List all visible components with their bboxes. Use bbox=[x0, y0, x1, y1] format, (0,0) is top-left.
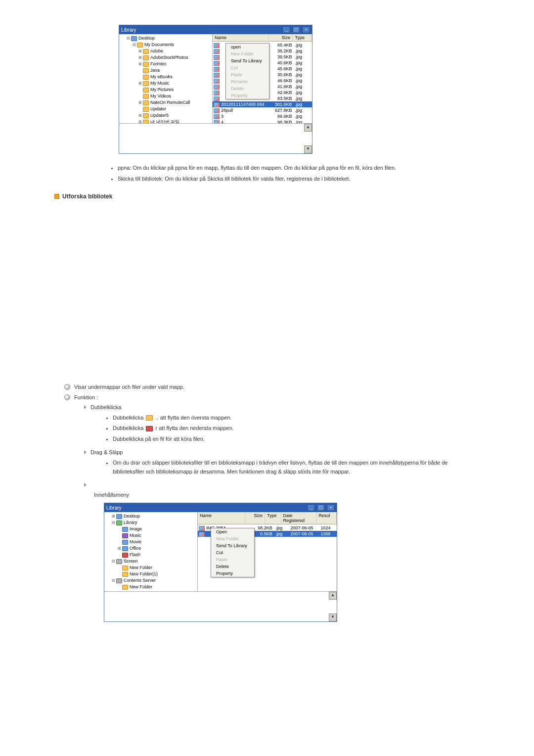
col-name[interactable]: Name bbox=[198, 512, 245, 524]
image-icon bbox=[199, 526, 205, 531]
note-shows-subfolders: Visar undermappar och filer under vald m… bbox=[74, 383, 184, 391]
tree-node[interactable]: ⊞Adobe bbox=[121, 48, 210, 54]
image-icon bbox=[214, 67, 220, 72]
col-size[interactable]: Size bbox=[245, 512, 265, 524]
menu-item[interactable]: Open bbox=[211, 528, 254, 535]
menu-item: Paste bbox=[211, 556, 254, 563]
col-type[interactable]: Type bbox=[265, 512, 281, 524]
tree-node[interactable]: New Folder bbox=[106, 565, 195, 571]
folder-icon bbox=[143, 107, 149, 112]
tree-node[interactable]: ⊟Contents Server bbox=[106, 577, 195, 584]
tree-node[interactable]: New Folder(1) bbox=[106, 571, 195, 577]
image-icon bbox=[214, 114, 220, 119]
scroll-up-icon[interactable]: ▲ bbox=[329, 592, 337, 600]
tree-node[interactable]: My eBooks bbox=[121, 74, 210, 80]
folder-icon bbox=[143, 68, 149, 73]
maximize-icon[interactable]: ▢ bbox=[292, 26, 300, 33]
image-icon bbox=[214, 55, 220, 60]
tree-node[interactable]: ⊟Library bbox=[106, 520, 195, 526]
folder-icon bbox=[122, 566, 128, 570]
tree-node[interactable]: ⊞Updater5 bbox=[121, 112, 210, 119]
folder-icon bbox=[143, 88, 149, 93]
col-resol[interactable]: Resol bbox=[317, 512, 337, 524]
folder-icon bbox=[143, 113, 149, 118]
file-list[interactable]: Name Size Type Date Registered Resol IMG… bbox=[198, 512, 337, 591]
folder-icon bbox=[143, 120, 149, 123]
image-icon bbox=[214, 96, 220, 101]
scroll-up-icon[interactable]: ▲ bbox=[304, 124, 312, 132]
tree-node[interactable]: ⊟Screen bbox=[106, 558, 195, 565]
folder-icon bbox=[146, 426, 153, 431]
image-icon bbox=[214, 49, 220, 54]
menu-item[interactable]: Delete bbox=[211, 563, 254, 570]
col-type[interactable]: Type bbox=[293, 34, 312, 41]
folder-icon bbox=[146, 415, 153, 421]
tree-node[interactable]: ⊞NateOn RemoteCall bbox=[121, 99, 210, 106]
tree-node[interactable]: Image bbox=[106, 526, 195, 532]
titlebar: Library _ ▢ × bbox=[104, 503, 337, 512]
list-row[interactable]: 20120111147400 084301.8KB.jpg bbox=[213, 101, 312, 107]
tree-node[interactable]: Java bbox=[121, 67, 210, 74]
tree-node[interactable]: New Folder bbox=[106, 584, 195, 590]
tree-node[interactable]: ⊞Office bbox=[106, 545, 195, 552]
menu-item[interactable]: Send To Library bbox=[226, 57, 269, 64]
scroll-down-icon[interactable]: ▼ bbox=[304, 145, 312, 153]
window-controls: _ ▢ × bbox=[282, 26, 310, 33]
dragdrop-desc: Om du drar och släpper biblioteksfiler t… bbox=[113, 459, 480, 476]
tree-node[interactable]: Movie bbox=[106, 539, 195, 545]
folder-tree[interactable]: ⊟Desktop⊟My Documents⊞Adobe⊞AdobeStockPh… bbox=[119, 34, 213, 123]
library-window-2: Library _ ▢ × ⊞Desktop⊟LibraryImageMusic… bbox=[104, 503, 337, 622]
tree-node[interactable]: ⊞내 네이버 파일 bbox=[121, 119, 210, 123]
file-list[interactable]: Name Size Type 65.4KB.jpg36.2KB.jpg39.5K… bbox=[213, 34, 312, 123]
subnote-contextmenu: Innehållsmeny bbox=[94, 492, 129, 498]
list-row[interactable]: 386.6KB.jpg bbox=[213, 113, 312, 119]
titlebar: Library _ ▢ × bbox=[119, 25, 312, 34]
window-controls: _ ▢ × bbox=[307, 504, 335, 511]
section-title: Utforska bibliotek bbox=[62, 193, 112, 200]
menu-item[interactable]: open bbox=[226, 44, 269, 50]
tree-node[interactable]: ⊞Desktop bbox=[106, 513, 195, 520]
col-date[interactable]: Date Registered bbox=[281, 512, 317, 524]
close-icon[interactable]: × bbox=[327, 504, 335, 511]
minimize-icon[interactable]: _ bbox=[307, 504, 315, 511]
image-icon bbox=[214, 73, 220, 78]
minimize-icon[interactable]: _ bbox=[282, 26, 290, 33]
folder-icon bbox=[143, 55, 149, 60]
subnote-dragdrop: Drag & Släpp bbox=[90, 448, 123, 457]
tree-node[interactable]: Music bbox=[106, 532, 195, 539]
tree-node[interactable]: My Pictures bbox=[121, 87, 210, 93]
tree-node[interactable]: Updater bbox=[121, 106, 210, 112]
menu-item: New Folder bbox=[226, 50, 269, 57]
folder-icon bbox=[122, 540, 128, 545]
notes-block: Visar undermappar och filer under vald m… bbox=[64, 383, 480, 498]
window-title: Library bbox=[121, 27, 136, 33]
menu-item: Delete bbox=[226, 85, 269, 92]
menu-item[interactable]: Cut bbox=[211, 549, 254, 556]
col-size[interactable]: Size bbox=[268, 34, 293, 41]
tree-node[interactable]: ⊟Desktop bbox=[121, 35, 210, 42]
subnote-doubleclick: Dubbelklicka bbox=[90, 403, 121, 412]
context-menu[interactable]: openNew FolderSend To LibraryCutPasteRen… bbox=[225, 43, 269, 99]
bullet-send-library: Skicka till bibliotek: Om du klickar på … bbox=[118, 175, 445, 184]
tree-node[interactable]: ⊞Formtec bbox=[121, 61, 210, 67]
context-menu[interactable]: OpenNew FolderSend To LibraryCutPasteDel… bbox=[211, 528, 255, 577]
list-row[interactable]: 28pull627.8KB.jpg bbox=[213, 107, 312, 113]
close-icon[interactable]: × bbox=[302, 26, 310, 33]
tree-node[interactable]: ⊞My Music bbox=[121, 80, 210, 87]
maximize-icon[interactable]: ▢ bbox=[317, 504, 325, 511]
tree-node[interactable]: Flash bbox=[106, 552, 195, 558]
list-row[interactable]: 498.3KB.jpg bbox=[213, 119, 312, 123]
triangle-bullet-icon bbox=[84, 405, 87, 409]
list-header: Name Size Type Date Registered Resol bbox=[198, 512, 337, 524]
scroll-down-icon[interactable]: ▼ bbox=[329, 614, 337, 621]
image-icon bbox=[214, 79, 220, 84]
tree-node[interactable]: ⊞AdobeStockPhotos bbox=[121, 54, 210, 61]
image-icon bbox=[214, 61, 220, 66]
folder-icon bbox=[122, 527, 128, 532]
menu-item[interactable]: Send To Library bbox=[211, 542, 254, 549]
tree-node[interactable]: ⊟My Documents bbox=[121, 42, 210, 48]
col-name[interactable]: Name bbox=[213, 34, 268, 41]
folder-tree[interactable]: ⊞Desktop⊟LibraryImageMusicMovie⊞OfficeFl… bbox=[104, 512, 198, 591]
tree-node[interactable]: My Videos bbox=[121, 93, 210, 99]
menu-item[interactable]: Property bbox=[211, 570, 254, 577]
